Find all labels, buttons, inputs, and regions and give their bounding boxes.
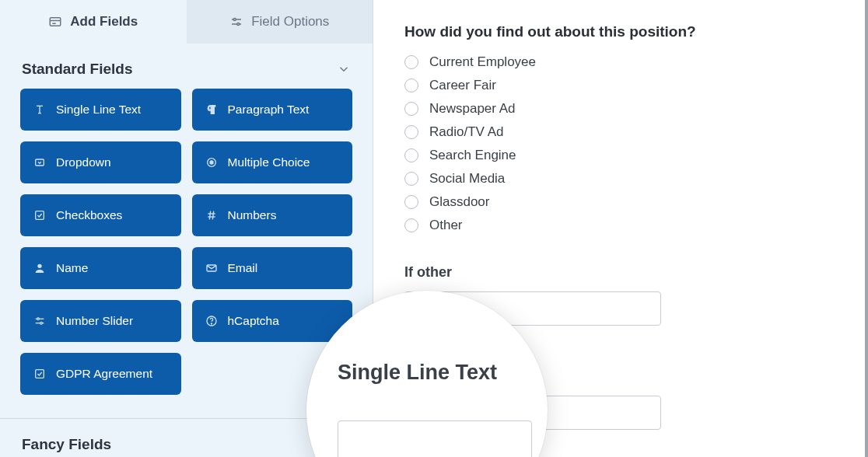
tab-add-fields[interactable]: Add Fields bbox=[0, 0, 187, 44]
radio-option[interactable]: Current Employee bbox=[404, 54, 834, 70]
radio-option[interactable]: Search Engine bbox=[404, 148, 834, 163]
radio-label: Search Engine bbox=[429, 148, 516, 163]
radio-icon bbox=[404, 148, 418, 162]
section-standard-label: Standard Fields bbox=[22, 61, 133, 78]
svg-rect-0 bbox=[51, 17, 61, 26]
field-multiple-choice[interactable]: Multiple Choice bbox=[192, 141, 353, 183]
field-numbers[interactable]: Numbers bbox=[192, 194, 353, 236]
svg-rect-10 bbox=[36, 159, 44, 166]
question-label: How did you find out about this position… bbox=[404, 23, 834, 40]
section-fancy-label: Fancy Fields bbox=[22, 436, 111, 452]
svg-point-21 bbox=[37, 318, 40, 320]
svg-point-12 bbox=[210, 161, 213, 164]
svg-point-18 bbox=[37, 264, 41, 268]
section-standard-fields[interactable]: Standard Fields bbox=[0, 44, 373, 89]
field-paragraph-text[interactable]: Paragraph Text bbox=[192, 89, 353, 131]
radio-icon bbox=[404, 55, 418, 69]
sliders-icon bbox=[33, 314, 47, 328]
field-label: hCaptcha bbox=[228, 314, 279, 328]
user-icon bbox=[33, 261, 47, 275]
sidebar-tabs: Add Fields Field Options bbox=[0, 0, 373, 44]
radio-icon bbox=[404, 218, 418, 232]
radio-label: Career Fair bbox=[429, 78, 496, 93]
svg-line-16 bbox=[209, 211, 210, 220]
field-single-line-text[interactable]: Single Line Text bbox=[20, 89, 181, 131]
sliders-icon bbox=[229, 15, 243, 29]
field-label: Email bbox=[228, 261, 258, 275]
radio-label: Radio/TV Ad bbox=[429, 124, 503, 140]
text-icon bbox=[33, 103, 47, 117]
field-label: Dropdown bbox=[56, 155, 111, 169]
field-label: Multiple Choice bbox=[228, 155, 310, 169]
paragraph-icon bbox=[205, 103, 219, 117]
field-label: Name bbox=[56, 261, 88, 275]
radio-group: Current Employee Career Fair Newspaper A… bbox=[404, 54, 834, 233]
tab-field-options[interactable]: Field Options bbox=[187, 0, 373, 44]
svg-point-23 bbox=[40, 322, 43, 324]
radio-icon bbox=[404, 78, 418, 92]
envelope-icon bbox=[205, 261, 219, 275]
checkbox-icon bbox=[33, 208, 47, 222]
field-number-slider[interactable]: Number Slider bbox=[20, 300, 181, 342]
field-hcaptcha[interactable]: hCaptcha bbox=[192, 300, 353, 342]
field-email[interactable]: Email bbox=[192, 247, 353, 289]
svg-rect-26 bbox=[36, 370, 44, 379]
chevron-down-icon bbox=[337, 62, 351, 76]
radio-label: Glassdoor bbox=[429, 194, 489, 210]
lens-text-input[interactable] bbox=[338, 420, 532, 457]
dropdown-icon bbox=[33, 155, 47, 169]
field-name[interactable]: Name bbox=[20, 247, 181, 289]
svg-line-17 bbox=[212, 211, 213, 220]
svg-point-6 bbox=[237, 23, 240, 25]
radio-icon bbox=[404, 125, 418, 139]
svg-point-4 bbox=[233, 18, 236, 20]
tab-field-options-label: Field Options bbox=[251, 14, 329, 30]
field-checkboxes[interactable]: Checkboxes bbox=[20, 194, 181, 236]
radio-label: Social Media bbox=[429, 171, 505, 187]
radio-option[interactable]: Radio/TV Ad bbox=[404, 124, 834, 140]
lens-field-title: Single Line Text bbox=[338, 361, 497, 385]
field-label: Numbers bbox=[228, 208, 277, 222]
field-label: Single Line Text bbox=[56, 103, 141, 117]
svg-rect-13 bbox=[36, 211, 44, 220]
field-label: Number Slider bbox=[56, 314, 133, 328]
radio-option[interactable]: Career Fair bbox=[404, 78, 834, 93]
radio-icon bbox=[205, 155, 219, 169]
field-gdpr-agreement[interactable]: GDPR Agreement bbox=[20, 353, 181, 395]
radio-icon bbox=[404, 102, 418, 116]
field-dropdown[interactable]: Dropdown bbox=[20, 141, 181, 183]
radio-option[interactable]: Glassdoor bbox=[404, 194, 834, 210]
svg-point-25 bbox=[211, 323, 212, 324]
radio-label: Newspaper Ad bbox=[429, 101, 516, 117]
checkbox-icon bbox=[33, 367, 47, 381]
radio-icon bbox=[404, 195, 418, 209]
radio-option[interactable]: Social Media bbox=[404, 171, 834, 187]
question-circle-icon bbox=[205, 314, 219, 328]
hash-icon bbox=[205, 208, 219, 222]
if-other-label: If other bbox=[404, 264, 834, 281]
radio-icon bbox=[404, 172, 418, 186]
radio-label: Current Employee bbox=[429, 54, 536, 70]
field-label: GDPR Agreement bbox=[56, 367, 152, 381]
tab-add-fields-label: Add Fields bbox=[70, 14, 138, 30]
radio-option[interactable]: Newspaper Ad bbox=[404, 101, 834, 117]
field-label: Checkboxes bbox=[56, 208, 122, 222]
form-icon bbox=[48, 15, 62, 29]
radio-option[interactable]: Other bbox=[404, 218, 834, 233]
field-label: Paragraph Text bbox=[228, 103, 310, 117]
radio-label: Other bbox=[429, 218, 463, 233]
